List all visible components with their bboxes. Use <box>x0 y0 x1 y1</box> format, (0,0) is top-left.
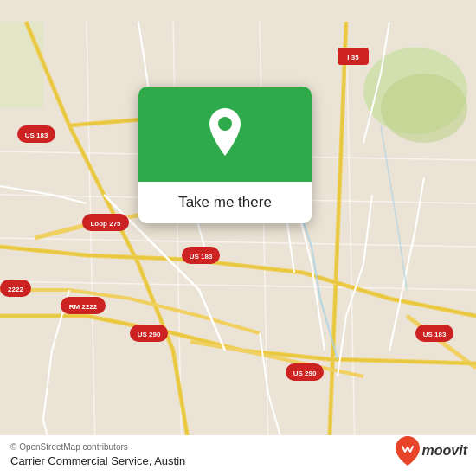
svg-text:I 35: I 35 <box>347 54 359 61</box>
map-roads: I 35 US 183 US 183 US 183 Loop 275 Loop … <box>0 0 476 476</box>
map-container: I 35 US 183 US 183 US 183 Loop 275 Loop … <box>0 0 476 476</box>
take-me-there-button[interactable]: Take me there <box>138 182 312 223</box>
svg-text:US 290: US 290 <box>293 370 317 377</box>
svg-text:RM 2222: RM 2222 <box>69 303 98 311</box>
svg-line-7 <box>87 22 95 454</box>
svg-text:Loop 275: Loop 275 <box>90 220 121 228</box>
moovit-pin-icon <box>396 436 420 466</box>
location-pin-icon <box>203 108 247 160</box>
svg-text:US 183: US 183 <box>190 253 213 261</box>
moovit-logo: moovit <box>396 436 467 466</box>
svg-rect-2 <box>0 22 43 108</box>
popup-header <box>138 87 312 182</box>
svg-line-5 <box>0 238 476 247</box>
svg-text:2222: 2222 <box>8 286 23 293</box>
svg-line-10 <box>346 22 355 454</box>
svg-point-31 <box>218 117 232 131</box>
svg-point-1 <box>381 74 467 143</box>
moovit-text: moovit <box>422 443 467 459</box>
popup-card: Take me there <box>138 87 312 223</box>
svg-text:US 183: US 183 <box>423 331 447 338</box>
svg-text:US 183: US 183 <box>25 132 48 139</box>
svg-text:US 290: US 290 <box>138 331 161 338</box>
